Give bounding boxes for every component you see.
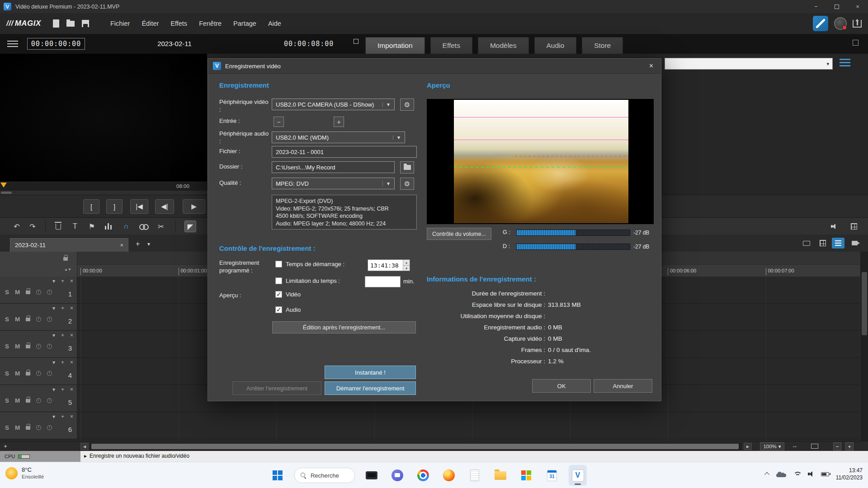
tab-audio[interactable]: Audio: [534, 37, 577, 54]
time-limit-input[interactable]: [365, 276, 401, 287]
mute-button[interactable]: M: [15, 343, 20, 350]
vertical-scroll-thumb[interactable]: [862, 272, 867, 335]
levels-icon[interactable]: [103, 221, 114, 232]
new-project-icon[interactable]: [53, 19, 59, 28]
volume-control-button[interactable]: Contrôle du volume...: [427, 228, 491, 240]
playhead-marker[interactable]: [0, 183, 7, 188]
panel-detach-icon[interactable]: [853, 40, 859, 46]
track-header[interactable]: ▾+×SM5: [0, 385, 77, 412]
media-list-view-icon[interactable]: [840, 59, 850, 68]
lock-icon[interactable]: [26, 345, 30, 348]
solo-button[interactable]: S: [5, 370, 9, 377]
track-collapse-icon[interactable]: ▾: [52, 305, 55, 311]
file-name-input[interactable]: 2023-02-11 - 0001: [272, 146, 417, 158]
snapshot-button[interactable]: Instantané !: [325, 366, 416, 379]
track-collapse-icon[interactable]: ▾: [52, 359, 55, 366]
track-collapse-icon[interactable]: ▾: [52, 413, 55, 420]
spin-up-icon[interactable]: ▲: [403, 260, 410, 265]
volume-knob[interactable]: [36, 290, 41, 295]
zoom-in-icon[interactable]: +: [845, 442, 854, 450]
taskbar-icon-magix[interactable]: V: [569, 465, 587, 486]
track-close-icon[interactable]: ×: [70, 386, 73, 393]
text-tool-icon[interactable]: T: [69, 221, 81, 232]
zoom-object-icon[interactable]: [811, 444, 818, 449]
vertical-scrollbar[interactable]: [860, 252, 868, 441]
preview-audio-checkbox[interactable]: [275, 306, 282, 313]
track-add-icon[interactable]: +: [61, 359, 64, 366]
track-lane[interactable]: [77, 412, 860, 439]
browse-folder-button[interactable]: [400, 161, 414, 174]
lock-icon[interactable]: [26, 318, 30, 321]
menu-item-aide[interactable]: Aide: [262, 17, 287, 30]
start-time-input[interactable]: 13:41:38 ▲ ▼: [368, 259, 410, 271]
timeline-audio-icon[interactable]: [828, 221, 840, 232]
start-button[interactable]: [269, 465, 287, 486]
hamburger-icon[interactable]: [7, 41, 18, 42]
taskbar-search[interactable]: Recherche: [294, 468, 355, 483]
close-button[interactable]: ×: [847, 0, 868, 13]
track-header[interactable]: ▾+×SM3: [0, 331, 77, 357]
marker-flag-icon[interactable]: ⚑: [86, 221, 98, 232]
spin-down-icon[interactable]: ▼: [403, 265, 410, 271]
media-path-select[interactable]: ▾: [665, 58, 833, 70]
track-collapse-icon[interactable]: ▾: [52, 386, 55, 393]
undo-icon[interactable]: ↶: [11, 221, 23, 232]
track-add-icon[interactable]: +: [61, 332, 64, 338]
window-titlebar[interactable]: V Vidéo deluxe Premium - 2023-02-11.MVP …: [0, 0, 868, 13]
wifi-icon[interactable]: [793, 471, 801, 477]
mute-button[interactable]: M: [15, 370, 20, 377]
start-recording-button[interactable]: Démarrer l'enregistrement: [325, 381, 416, 395]
pan-knob[interactable]: [47, 371, 52, 376]
horizontal-scroll-thumb[interactable]: [91, 444, 739, 449]
volume-knob[interactable]: [36, 371, 41, 376]
cut-icon[interactable]: ✂: [155, 221, 167, 232]
tray-chevron-up-icon[interactable]: [764, 472, 769, 477]
taskbar-icon-desktop[interactable]: [363, 465, 381, 486]
mute-button[interactable]: M: [15, 397, 20, 404]
view-grid-icon[interactable]: [816, 238, 829, 249]
view-list-icon[interactable]: [832, 238, 844, 249]
chevron-down-icon[interactable]: ▾: [147, 241, 150, 247]
snap-magnet-icon[interactable]: ∩: [120, 221, 132, 232]
timecode-current[interactable]: 00:00:00:00: [27, 38, 85, 50]
video-device-select[interactable]: USB2.0 PC CAMERA (USB - DShow) ▼: [272, 99, 395, 110]
taskbar-icon-chat[interactable]: [388, 465, 406, 486]
frame-back-button[interactable]: ◀|: [155, 199, 174, 214]
input-plus-button[interactable]: +: [334, 117, 344, 127]
add-track-icon[interactable]: +: [2, 442, 9, 450]
view-camera-icon[interactable]: [848, 238, 861, 249]
dialog-close-icon[interactable]: ×: [646, 62, 656, 70]
ok-button[interactable]: OK: [532, 379, 591, 393]
pan-knob[interactable]: [47, 425, 52, 430]
track-header[interactable]: ▾+×SM2: [0, 304, 77, 330]
add-timeline-tab-icon[interactable]: +: [136, 240, 140, 248]
monitor-scrollbar[interactable]: [0, 191, 208, 195]
track-collapse-icon[interactable]: ▾: [52, 278, 55, 284]
mute-button[interactable]: M: [15, 289, 20, 296]
solo-button[interactable]: S: [5, 424, 9, 431]
go-to-start-button[interactable]: |◀: [130, 199, 148, 214]
lock-icon[interactable]: [26, 426, 30, 430]
lock-icon[interactable]: [26, 291, 30, 294]
scroll-right-icon[interactable]: ▶: [744, 443, 752, 450]
mute-button[interactable]: M: [15, 424, 20, 431]
video-monitor[interactable]: [0, 54, 208, 182]
timeline-tab[interactable]: 2023-02-11 ×: [10, 238, 128, 252]
track-add-icon[interactable]: +: [61, 413, 64, 420]
tab-effets[interactable]: Effets: [430, 37, 472, 54]
audio-device-select[interactable]: USB2.0 MIC (WDM) ▼: [272, 131, 405, 143]
time-spinner[interactable]: ▲ ▼: [403, 260, 410, 271]
track-header[interactable]: ▾+×SM6: [0, 412, 77, 439]
zoom-level-select[interactable]: 100% ▾: [760, 442, 784, 450]
dialog-titlebar[interactable]: V Enregistrement vidéo ×: [208, 59, 661, 74]
menu-item-effets[interactable]: Effets: [165, 17, 193, 30]
battery-icon[interactable]: [821, 472, 829, 476]
tab-importation[interactable]: Importation: [365, 37, 425, 54]
track-add-icon[interactable]: +: [61, 386, 64, 393]
track-sort-icon[interactable]: ▲▼: [64, 268, 71, 271]
input-minus-button[interactable]: −: [274, 117, 284, 127]
taskbar-icon-document[interactable]: [466, 465, 484, 486]
track-close-icon[interactable]: ×: [70, 332, 73, 338]
solo-button[interactable]: S: [5, 397, 9, 404]
export-tile-icon[interactable]: [813, 16, 828, 31]
